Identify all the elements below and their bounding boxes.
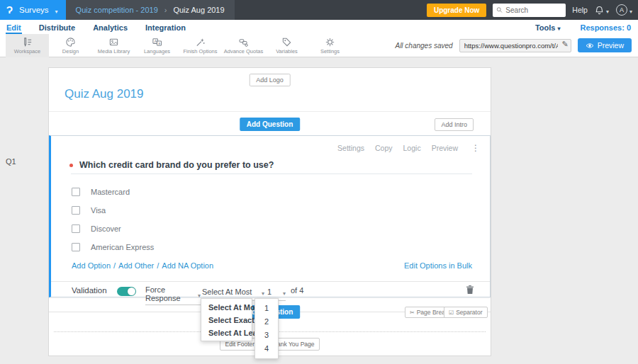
editor-toolbar: Workspace Design Media Library Aa Langua… — [0, 34, 638, 57]
toolbar-item-advance-quotas[interactable]: Advance Quotas — [222, 34, 265, 57]
link-separator: / — [157, 261, 159, 270]
question-block: Settings Copy Logic Preview Which credit… — [49, 135, 491, 297]
avatar: A — [616, 4, 627, 16]
menu-item-select-exactly[interactable]: Select Exactly — [201, 314, 252, 326]
question-divider — [71, 174, 472, 174]
upgrade-now-button[interactable]: Upgrade Now — [427, 4, 486, 17]
of-total-label: of 4 — [291, 286, 303, 295]
separator-label: Separator — [456, 309, 482, 316]
tag-icon — [281, 37, 292, 47]
checkbox[interactable] — [72, 243, 80, 251]
chevron-down-icon — [283, 285, 286, 298]
editor-canvas: Q1 Add Logo Quiz Aug 2019 Add Question A… — [0, 57, 638, 364]
validation-row: Validation Force Response Select At Most… — [51, 281, 490, 297]
checkbox[interactable] — [72, 224, 80, 233]
menu-item-count-1[interactable]: 1 — [255, 302, 278, 315]
toolbar-item-settings[interactable]: Settings — [308, 34, 352, 57]
nav-tabs: Edit Distribute Analytics Integration — [6, 20, 186, 34]
menu-item-count-4[interactable]: 4 — [255, 342, 278, 356]
toolbar-item-design[interactable]: Design — [49, 34, 92, 57]
question-settings-link[interactable]: Settings — [337, 144, 364, 152]
tab-integration[interactable]: Integration — [145, 21, 186, 34]
validation-toggle[interactable] — [117, 287, 136, 296]
checkbox[interactable] — [72, 206, 80, 215]
search-input[interactable] — [505, 6, 562, 14]
add-na-option-link[interactable]: Add NA Option — [162, 261, 213, 270]
add-other-link[interactable]: Add Other — [118, 261, 154, 270]
toolbar-item-languages[interactable]: Aa Languages — [135, 34, 179, 57]
notifications-menu[interactable] — [595, 4, 609, 16]
tab-edit[interactable]: Edit — [6, 21, 22, 34]
separator-icon — [449, 309, 454, 316]
delete-question-button[interactable] — [466, 285, 474, 297]
edit-options-in-bulk-link[interactable]: Edit Options in Bulk — [404, 261, 472, 270]
menu-item-select-at-least[interactable]: Select At Least — [201, 326, 252, 339]
add-question-button-top[interactable]: Add Question — [240, 118, 301, 131]
validation-count-value: 1 — [267, 288, 272, 296]
question-logic-link[interactable]: Logic — [403, 144, 421, 152]
force-response-value: Force Response — [145, 285, 198, 302]
toolbar-item-label: Design — [62, 48, 79, 55]
option-row[interactable]: Visa — [51, 201, 490, 220]
tab-distribute[interactable]: Distribute — [38, 21, 76, 34]
checkbox[interactable] — [72, 188, 80, 196]
help-link[interactable]: Help — [572, 6, 588, 14]
toolbar-item-label: Languages — [144, 48, 170, 55]
question-copy-link[interactable]: Copy — [375, 144, 393, 152]
chevron-down-icon — [55, 4, 58, 16]
option-row[interactable]: American Express — [51, 238, 490, 256]
chevron-down-icon — [606, 4, 609, 16]
menu-item-count-2[interactable]: 2 — [255, 315, 278, 329]
required-marker — [69, 164, 73, 167]
secondary-nav: Edit Distribute Analytics Integration To… — [0, 20, 638, 34]
toolbar-item-label: Media Library — [98, 48, 130, 55]
add-logo-button[interactable]: Add Logo — [249, 74, 291, 86]
questionpro-logo: Ɂ — [6, 5, 13, 15]
question-preview-link[interactable]: Preview — [432, 144, 458, 152]
add-option-link[interactable]: Add Option — [72, 261, 111, 270]
add-intro-button[interactable]: Add Intro — [435, 118, 474, 131]
edit-url-icon[interactable] — [561, 40, 568, 49]
toolbar-item-finish-options[interactable]: Finish Options — [179, 34, 222, 57]
quotas-icon — [238, 37, 249, 47]
survey-title[interactable]: Quiz Aug 2019 — [65, 87, 144, 101]
option-row[interactable]: Mastercard — [51, 183, 490, 201]
product-switcher[interactable]: Ɂ Surveys — [0, 0, 66, 20]
separator-button[interactable]: Separator — [444, 307, 488, 318]
tools-menu[interactable]: Tools — [535, 23, 561, 32]
responses-count[interactable]: Responses: 0 — [580, 23, 631, 32]
question-text[interactable]: Which credit card brand do you prefer to… — [79, 160, 274, 170]
search-icon — [496, 6, 503, 13]
tab-analytics[interactable]: Analytics — [92, 21, 128, 34]
option-label[interactable]: American Express — [91, 243, 154, 251]
option-row[interactable]: Discover — [51, 220, 490, 238]
breadcrumb-parent-link[interactable]: Quiz competition - 2019 — [76, 6, 158, 14]
option-label[interactable]: Visa — [91, 206, 106, 215]
toolbar-item-label: Settings — [320, 48, 340, 55]
option-label[interactable]: Mastercard — [91, 188, 130, 196]
menu-item-count-3[interactable]: 3 — [255, 329, 278, 342]
kebab-menu-icon[interactable] — [471, 143, 480, 153]
chevron-down-icon — [262, 285, 264, 298]
preview-button[interactable]: Preview — [578, 38, 632, 52]
option-label[interactable]: Discover — [91, 224, 121, 233]
chevron-down-icon — [629, 4, 632, 16]
question-number-label: Q1 — [6, 157, 16, 166]
global-search[interactable] — [493, 4, 566, 17]
workspace-icon — [22, 37, 33, 47]
menu-item-select-at-most[interactable]: Select At Most — [201, 301, 252, 314]
gear-icon — [325, 37, 335, 47]
toolbar-item-media-library[interactable]: Media Library — [92, 34, 135, 57]
share-url-input[interactable] — [459, 39, 571, 52]
bell-icon — [595, 6, 604, 15]
toolbar-item-workspace[interactable]: Workspace — [6, 34, 49, 57]
nav-right: Tools Responses: 0 — [535, 23, 631, 34]
toolbar-item-variables[interactable]: Variables — [265, 34, 308, 57]
validation-rule-value: Select At Most — [202, 288, 252, 296]
toolbar-right: All changes saved Preview — [395, 38, 638, 52]
breadcrumb-current: Quiz Aug 2019 — [173, 6, 224, 14]
account-menu[interactable]: A — [616, 4, 632, 16]
magic-wand-icon — [195, 37, 206, 47]
toolbar-item-label: Finish Options — [184, 48, 218, 55]
eye-icon — [586, 42, 594, 49]
